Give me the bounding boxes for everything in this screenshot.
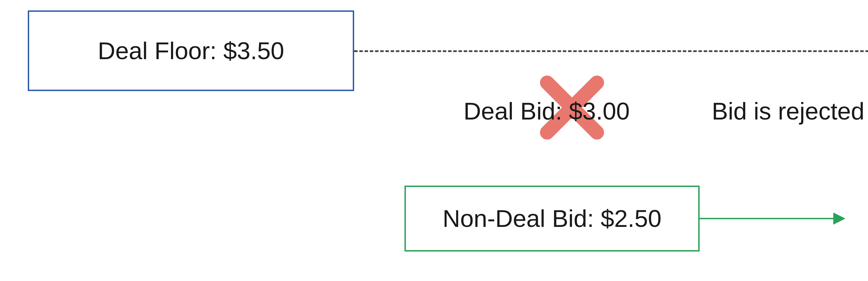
deal-bid-label: Deal Bid: $3.00 xyxy=(464,97,630,125)
winner-arrow-head-icon xyxy=(833,212,845,224)
rejection-note: Bid is rejected because it is below the … xyxy=(712,97,868,125)
non-deal-bid-label: Non-Deal Bid: $2.50 xyxy=(443,205,661,233)
deal-floor-threshold-line xyxy=(354,50,868,52)
deal-floor-box: Deal Floor: $3.50 xyxy=(28,10,354,91)
winner-arrow-line xyxy=(700,218,833,219)
deal-floor-label: Deal Floor: $3.50 xyxy=(98,37,284,65)
non-deal-bid-box: Non-Deal Bid: $2.50 xyxy=(404,186,700,251)
